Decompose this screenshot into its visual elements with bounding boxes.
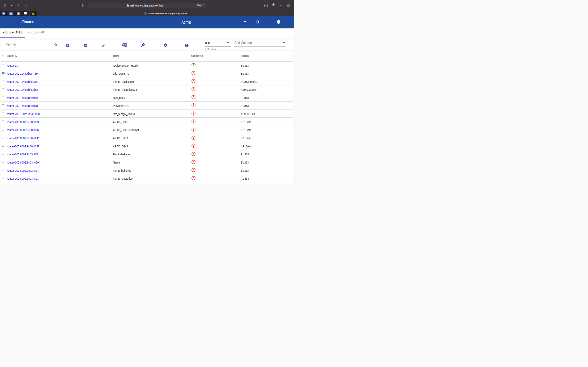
svg-text:USDA: USDA xyxy=(24,12,27,13)
svg-text:文: 文 xyxy=(199,5,201,6)
svg-text:A: A xyxy=(198,4,199,6)
